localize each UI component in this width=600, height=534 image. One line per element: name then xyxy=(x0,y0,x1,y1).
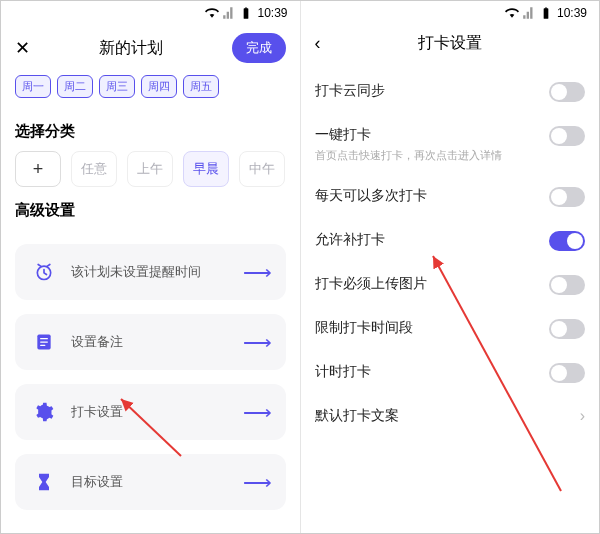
section-title-category: 选择分类 xyxy=(1,108,300,151)
adv-label: 打卡设置 xyxy=(71,403,229,421)
adv-label: 该计划未设置提醒时间 xyxy=(71,263,229,281)
day-chip[interactable]: 周五 xyxy=(183,75,219,98)
wifi-icon xyxy=(505,6,519,20)
setting-limit-time: 限制打卡时间段 xyxy=(315,307,586,351)
status-icons xyxy=(505,6,553,20)
toggle-multiple[interactable] xyxy=(549,187,585,207)
toggle-oneclick[interactable] xyxy=(549,126,585,146)
category-chip-early[interactable]: 早晨 xyxy=(183,151,229,187)
adv-item-goal[interactable]: 目标设置 ⟶ xyxy=(15,454,286,510)
setting-label: 限制打卡时间段 xyxy=(315,319,413,337)
left-pane: 10:39 ✕ 新的计划 完成 周一 周二 周三 周四 周五 选择分类 + 任意… xyxy=(1,1,300,533)
day-chip[interactable]: 周二 xyxy=(57,75,93,98)
category-row: + 任意 上午 早晨 中午 xyxy=(1,151,300,187)
status-time: 10:39 xyxy=(257,6,287,20)
setting-default-text[interactable]: 默认打卡文案 › xyxy=(315,395,586,437)
adv-item-checkin[interactable]: 打卡设置 ⟶ xyxy=(15,384,286,440)
toggle-limit-time[interactable] xyxy=(549,319,585,339)
toggle-cloud-sync[interactable] xyxy=(549,82,585,102)
gear-icon xyxy=(31,399,57,425)
day-chip[interactable]: 周三 xyxy=(99,75,135,98)
arrow-icon: ⟶ xyxy=(243,330,270,354)
signal-icon xyxy=(522,6,536,20)
status-bar-right: 10:39 xyxy=(301,1,600,25)
setting-label: 每天可以多次打卡 xyxy=(315,187,427,205)
wifi-icon xyxy=(205,6,219,20)
clock-icon xyxy=(31,259,57,285)
toggle-makeup[interactable] xyxy=(549,231,585,251)
back-icon[interactable]: ‹ xyxy=(315,33,321,54)
done-button[interactable]: 完成 xyxy=(232,33,286,63)
adv-item-reminder[interactable]: 该计划未设置提醒时间 ⟶ xyxy=(15,244,286,300)
close-icon[interactable]: ✕ xyxy=(15,37,30,59)
day-chip[interactable]: 周四 xyxy=(141,75,177,98)
category-chip-morning[interactable]: 上午 xyxy=(127,151,173,187)
signal-icon xyxy=(222,6,236,20)
category-chip-noon[interactable]: 中午 xyxy=(239,151,285,187)
setting-timer: 计时打卡 xyxy=(315,351,586,395)
setting-cloud-sync: 打卡云同步 xyxy=(315,70,586,114)
setting-label: 一键打卡 xyxy=(315,126,502,144)
arrow-icon: ⟶ xyxy=(243,260,270,284)
battery-icon xyxy=(539,6,553,20)
adv-label: 目标设置 xyxy=(71,473,229,491)
hourglass-icon xyxy=(31,469,57,495)
header-left: ✕ 新的计划 完成 xyxy=(1,25,300,71)
setting-photo-required: 打卡必须上传图片 xyxy=(315,263,586,307)
section-title-advanced: 高级设置 xyxy=(1,187,300,230)
advanced-list: 该计划未设置提醒时间 ⟶ 设置备注 ⟶ 打卡设置 ⟶ 目标设置 ⟶ xyxy=(1,244,300,510)
arrow-icon: ⟶ xyxy=(243,470,270,494)
adv-item-note[interactable]: 设置备注 ⟶ xyxy=(15,314,286,370)
setting-label: 打卡必须上传图片 xyxy=(315,275,427,293)
toggle-timer[interactable] xyxy=(549,363,585,383)
status-bar-left: 10:39 xyxy=(1,1,300,25)
setting-label: 允许补打卡 xyxy=(315,231,385,249)
category-chip-any[interactable]: 任意 xyxy=(71,151,117,187)
page-title-right: 打卡设置 xyxy=(418,33,482,54)
day-chip[interactable]: 周一 xyxy=(15,75,51,98)
day-chips-row: 周一 周二 周三 周四 周五 xyxy=(1,71,300,108)
header-right: ‹ 打卡设置 xyxy=(301,25,600,62)
note-icon xyxy=(31,329,57,355)
setting-label: 打卡云同步 xyxy=(315,82,385,100)
settings-list: 打卡云同步 一键打卡 首页点击快速打卡，再次点击进入详情 每天可以多次打卡 允许… xyxy=(301,62,600,437)
arrow-icon: ⟶ xyxy=(243,400,270,424)
chevron-right-icon: › xyxy=(580,407,585,425)
setting-label: 计时打卡 xyxy=(315,363,371,381)
setting-multiple: 每天可以多次打卡 xyxy=(315,175,586,219)
battery-icon xyxy=(239,6,253,20)
adv-label: 设置备注 xyxy=(71,333,229,351)
toggle-photo-required[interactable] xyxy=(549,275,585,295)
right-pane: 10:39 ‹ 打卡设置 打卡云同步 一键打卡 首页点击快速打卡，再次点击进入详… xyxy=(300,1,600,533)
setting-oneclick: 一键打卡 首页点击快速打卡，再次点击进入详情 xyxy=(315,114,586,175)
setting-label: 默认打卡文案 xyxy=(315,407,399,425)
add-category-button[interactable]: + xyxy=(15,151,61,187)
page-title-left: 新的计划 xyxy=(99,38,163,59)
setting-sublabel: 首页点击快速打卡，再次点击进入详情 xyxy=(315,148,502,163)
status-icons xyxy=(205,6,253,20)
setting-makeup: 允许补打卡 xyxy=(315,219,586,263)
status-time: 10:39 xyxy=(557,6,587,20)
